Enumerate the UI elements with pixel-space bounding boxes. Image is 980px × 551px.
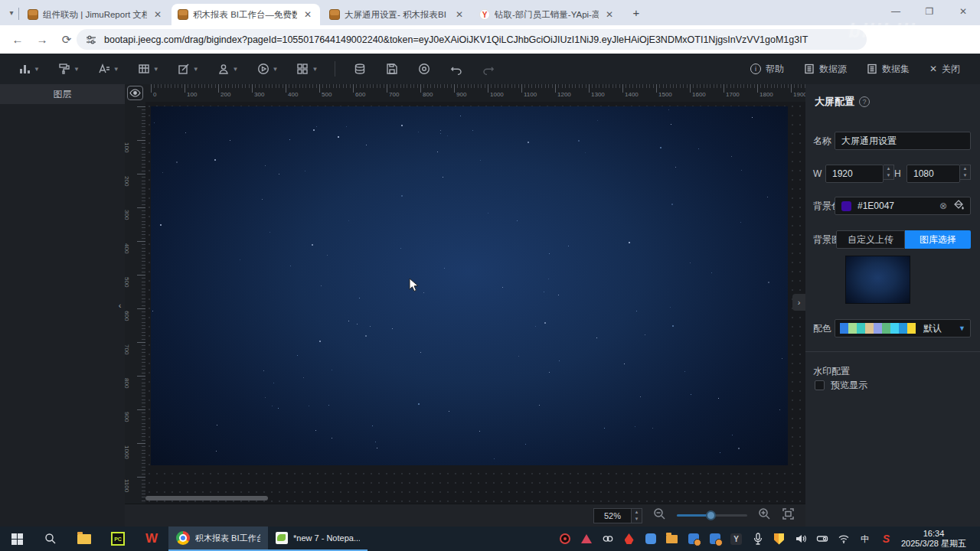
browser-tab-2-active[interactable]: 积木报表 BI工作台—免费数据 ✕ [172,4,320,25]
collapse-left-panel-icon[interactable]: ‹ [115,297,125,314]
new-tab-button[interactable]: + [629,6,643,20]
apps-widget-button[interactable]: ▼ [295,61,318,77]
stepper-up-icon[interactable]: ▲ [632,509,642,516]
preview-button[interactable] [416,61,432,77]
projector-icon[interactable] [815,533,828,546]
blue-app-icon[interactable] [644,533,657,546]
browser-tab-1[interactable]: 组件联动 | JimuReport 文档 ✕ [21,4,170,25]
expand-right-panel-icon[interactable]: › [792,294,805,311]
microphone-icon[interactable] [751,533,764,546]
decoration-widget-button[interactable]: ▼ [57,61,80,77]
tab-close-icon[interactable]: ✕ [302,8,314,21]
palette-select[interactable]: 默认 ▼ [835,319,971,337]
yapi-tray-icon[interactable]: Y [730,533,743,546]
chrome-task-button[interactable]: 积木报表 BI工作台... [168,527,268,551]
file-explorer-button[interactable] [67,527,101,551]
back-icon[interactable]: ← [8,30,28,50]
stepper-up-icon[interactable]: ▲ [884,165,893,172]
tab-title: 组件联动 | JimuReport 文档 [43,9,147,21]
ime-language-icon[interactable]: 中 [858,533,871,546]
triangle-app-icon[interactable] [580,533,593,546]
table-widget-button[interactable]: ▼ [136,61,159,77]
material-widget-button[interactable]: ▼ [216,61,239,77]
gallery-select-button[interactable]: 图库选择 [905,230,971,249]
wifi-icon[interactable] [837,533,850,546]
sogou-icon[interactable]: S [880,533,893,546]
custom-upload-button[interactable]: 自定义上传 [836,230,905,249]
chart-widget-button[interactable]: ▼ [17,61,40,77]
fit-screen-icon[interactable] [782,507,795,523]
zoom-slider[interactable] [677,514,747,517]
tab-search-icon[interactable]: ▾ [5,6,18,20]
reload-icon[interactable]: ⟳ [57,30,77,50]
browser-tab-4[interactable]: Y 钻取-部门员工销量-YApi-高效 ✕ [473,4,622,25]
link-icon[interactable] [601,533,614,546]
zoom-stepper[interactable]: ▲▼ [632,508,642,523]
tab-close-icon[interactable]: ✕ [152,8,164,21]
height-input[interactable]: 1080 [906,165,960,183]
star-dot [568,246,569,246]
zoom-out-icon[interactable] [653,507,666,523]
star-dot [502,287,503,288]
window-restore-button[interactable]: ❐ [913,0,946,23]
question-mark-icon[interactable]: ? [859,96,870,107]
tab-close-icon[interactable]: ✕ [603,8,616,21]
eye-icon[interactable] [127,86,143,100]
ruler-corner [125,84,145,102]
notepad-task-button[interactable]: *new 7 - Notepa... [268,527,368,551]
save-button[interactable] [384,61,400,77]
stepper-down-icon[interactable]: ▼ [884,172,893,179]
clear-color-icon[interactable]: ⊗ [939,201,947,211]
text-widget-button[interactable]: ▼ [96,61,119,77]
browser-tab-3[interactable]: 大屏通用设置- 积木报表BI，免 ✕ [323,4,472,25]
security-shield-icon[interactable] [773,533,786,546]
window-close-button[interactable]: ✕ [946,0,980,23]
help-button[interactable]: i 帮助 [750,63,784,76]
star-dot [214,159,216,161]
width-input[interactable]: 1920 [825,165,884,183]
screen-record-icon[interactable] [558,533,571,546]
zoom-in-icon[interactable] [758,507,771,523]
width-stepper[interactable]: ▲▼ [884,165,894,180]
name-input[interactable]: 大屏通用设置 [835,132,971,150]
preview-display-checkbox[interactable] [815,380,825,390]
undo-button[interactable] [449,61,464,77]
orange-folder-icon[interactable] [665,533,678,546]
horizontal-scrollbar[interactable] [145,496,268,500]
taskbar-search-button[interactable] [34,527,67,551]
star-dot [549,253,550,254]
taskbar-clock[interactable]: 16:34 2025/3/28 星期五 [901,529,972,549]
stepper-up-icon[interactable]: ▲ [960,165,970,172]
edit-widget-button[interactable]: ▼ [176,61,199,77]
star-dot [272,406,273,406]
dataset-button[interactable]: 数据集 [867,63,910,76]
bookmark-star-icon[interactable]: ☆ [86,34,96,46]
datasource-button[interactable]: 数据源 [804,63,847,76]
window-minimize-button[interactable]: — [879,0,913,23]
datasource-quick-button[interactable] [352,61,368,77]
pycharm-button[interactable]: PC [101,527,135,551]
redo-button[interactable] [481,61,496,77]
zoom-slider-handle[interactable] [706,510,716,520]
media-widget-button[interactable]: ▼ [256,61,279,77]
sync-app-icon-2[interactable] [708,533,721,546]
address-bar[interactable]: bootapi.jeecg.com/drag/bigindex?pageId=1… [77,29,867,50]
star-dot [740,222,741,223]
paint-bucket-icon[interactable] [953,200,964,213]
forward-icon[interactable]: → [32,30,52,50]
dashboard-canvas[interactable] [151,106,788,465]
flame-app-icon[interactable] [622,533,635,546]
zoom-level-input[interactable]: 52% [593,508,632,523]
background-thumbnail[interactable] [845,256,910,304]
bg-color-input[interactable]: #1E0047 ⊗ [835,197,971,215]
volume-icon[interactable] [794,533,807,546]
height-stepper[interactable]: ▲▼ [960,165,971,180]
workspace[interactable]: › [145,102,805,504]
tab-close-icon[interactable]: ✕ [453,8,466,21]
start-button[interactable] [0,527,34,551]
wps-button[interactable]: W [135,527,168,551]
stepper-down-icon[interactable]: ▼ [632,516,642,523]
sync-app-icon[interactable] [687,533,700,546]
close-editor-button[interactable]: ✕ 关闭 [929,63,960,76]
stepper-down-icon[interactable]: ▼ [960,172,970,179]
